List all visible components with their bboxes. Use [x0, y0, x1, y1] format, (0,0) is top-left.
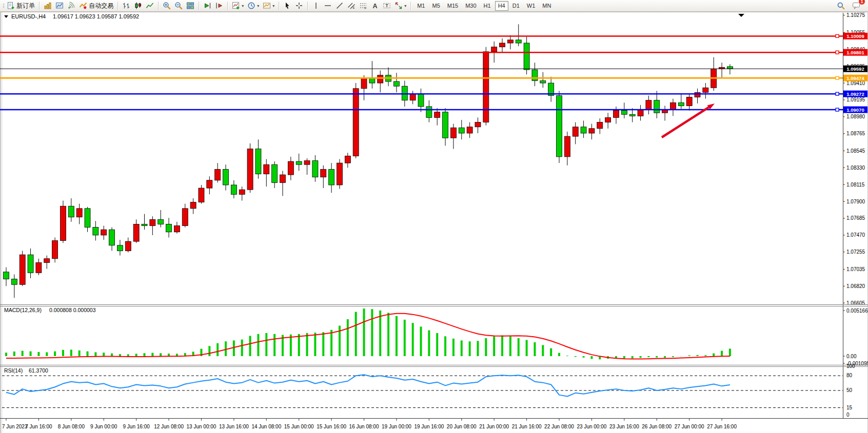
vertical-line-tool-button[interactable] [310, 0, 322, 11]
svg-text:F: F [365, 7, 367, 10]
support-line-2-price-badge: 1.09070 [843, 107, 867, 113]
rsi-axis-label: 50 [846, 387, 853, 393]
new-order-icon [7, 2, 15, 10]
chart-shift-icon [215, 2, 223, 10]
price-tick-label: 1.10275 [846, 12, 865, 18]
price-tick-label: 1.07470 [846, 232, 865, 238]
timeframe-h1-button[interactable]: H1 [481, 1, 494, 11]
time-tick-label: 26 Jun 08:00 [642, 424, 672, 429]
autotrading-button[interactable]: 自动交易 [77, 0, 115, 11]
time-tick-label: 14 Jun 08:00 [251, 424, 281, 429]
chat-unread-badge: 1 [858, 0, 865, 5]
tile-windows-button[interactable] [185, 0, 196, 11]
svg-text:1.10009: 1.10009 [846, 33, 864, 39]
indicators-list-dropdown-icon[interactable]: ▾ [242, 4, 244, 8]
arrows-icon [394, 2, 403, 10]
time-tick-label: 19 Jun 00:00 [382, 424, 411, 429]
main-toolbar: ⁞⁞ 新订单自动交易▾▾▾EFAT▾ M1M5M15M30H1H4D1W1MN … [0, 0, 868, 12]
time-tick-label: 21 Jun 00:00 [479, 424, 509, 429]
toolbar-separator [410, 2, 411, 10]
timeframe-d1-button[interactable]: D1 [509, 1, 523, 11]
profiles-button[interactable] [54, 0, 65, 11]
fibonacci-tool-button[interactable]: F [358, 0, 369, 11]
autotrading-label: 自动交易 [89, 2, 113, 10]
textlabel-icon: T [383, 2, 391, 10]
trendline-tool-button[interactable] [334, 0, 345, 11]
chart-shift-button[interactable] [213, 0, 225, 11]
timeframe-mn-button[interactable]: MN [539, 1, 554, 11]
timeframe-w1-button[interactable]: W1 [524, 1, 539, 11]
price-tick-label: 1.08765 [846, 131, 865, 136]
time-tick-label: 16 Jun 08:00 [349, 424, 379, 429]
toolbar-buttons: 新订单自动交易▾▾▾EFAT▾ [5, 0, 413, 11]
arrows-tool-button[interactable]: ▾ [393, 0, 408, 11]
new-order-label: 新订单 [16, 2, 35, 10]
new-order-button[interactable]: 新订单 [5, 0, 36, 11]
search-button[interactable] [835, 0, 846, 11]
crosshair-tool-button[interactable] [293, 0, 305, 11]
periods-button[interactable]: ▾ [246, 0, 261, 11]
toolbar-separator [117, 2, 118, 10]
templates-button[interactable]: ▾ [261, 0, 276, 11]
templates-dropdown-icon[interactable]: ▾ [272, 4, 274, 8]
auto-scroll-button[interactable] [202, 0, 213, 11]
horizontal-line-tool-button[interactable] [322, 0, 333, 11]
price-chart[interactable]: 1.102751.100551.098401.096251.094101.091… [0, 12, 868, 433]
svg-text:1.09474: 1.09474 [846, 75, 864, 81]
toolbar-grip[interactable]: ⁞⁞ [3, 3, 4, 9]
time-tick-label: 21 Jun 16:00 [512, 424, 542, 429]
price-tick-label: 1.06605 [846, 300, 865, 306]
timeframe-h4-button[interactable]: H4 [495, 1, 508, 11]
macd-axis-label: 0.00 [846, 354, 857, 359]
resistance-line-2-handle[interactable] [836, 51, 839, 54]
price-tick-label: 1.07255 [846, 249, 865, 255]
time-tick-label: 23 Jun 16:00 [609, 424, 639, 429]
zoom-in-button[interactable] [161, 0, 172, 11]
bar-chart-mode-button[interactable] [121, 0, 132, 11]
rsi-label: RSI(14) [4, 367, 23, 374]
charts-button[interactable] [42, 0, 53, 11]
indicators-list-button[interactable]: ▾ [230, 0, 245, 11]
equidistant-channel-tool-button[interactable]: E [346, 0, 357, 11]
auto-scroll-icon [203, 2, 211, 10]
profiles-icon [55, 2, 64, 10]
autotrading-icon [79, 2, 87, 10]
text-label-tool-button[interactable]: T [381, 0, 392, 11]
time-tick-label: 7 Jun 16:00 [25, 424, 52, 429]
timeframe-m5-button[interactable]: M5 [429, 1, 443, 11]
price-tick-label: 1.09195 [846, 97, 865, 102]
price-tick-label: 1.07685 [846, 215, 865, 221]
support-line-2-handle[interactable] [836, 108, 839, 111]
macd-axis-label: 0.005166 [846, 308, 868, 314]
chat-button[interactable]: 1 [851, 0, 862, 11]
time-tick-label: 15 Jun 16:00 [317, 424, 346, 429]
line-chart-mode-button[interactable] [144, 0, 155, 11]
arrows-tool-dropdown-icon[interactable]: ▾ [404, 4, 406, 8]
support-line-1-handle[interactable] [836, 92, 839, 95]
crosshair-icon [295, 2, 303, 10]
channel-icon: E [347, 2, 356, 10]
resistance-line-1-handle[interactable] [836, 34, 839, 37]
line-chart-icon [146, 2, 154, 10]
timeframe-m30-button[interactable]: M30 [462, 1, 479, 11]
signals-button[interactable] [66, 0, 77, 11]
signals-icon [67, 2, 75, 10]
time-tick-label: 13 Jun 00:00 [187, 424, 216, 429]
timeframe-m1-button[interactable]: M1 [414, 1, 428, 11]
timeframe-m15-button[interactable]: M15 [444, 1, 461, 11]
zoom-out-button[interactable] [173, 0, 184, 11]
candlestick-mode-button[interactable] [132, 0, 144, 11]
price-tick-label: 1.08115 [846, 182, 865, 188]
time-tick-label: 7 Jun 2023 [2, 424, 28, 429]
toolbar-right: 1 [835, 0, 866, 11]
price-tick-label: 1.06820 [846, 283, 865, 289]
cursor-tool-button[interactable] [282, 0, 293, 11]
periods-dropdown-icon[interactable]: ▾ [257, 4, 259, 8]
pivot-line-handle[interactable] [836, 76, 839, 79]
text-tool-button[interactable]: A [369, 0, 381, 11]
toolbar-separator [279, 2, 279, 10]
search-icon [837, 2, 845, 10]
vline-icon [312, 2, 320, 10]
time-tick-label: 13 Jun 16:00 [219, 424, 249, 429]
chart-plot-area[interactable] [2, 13, 843, 304]
